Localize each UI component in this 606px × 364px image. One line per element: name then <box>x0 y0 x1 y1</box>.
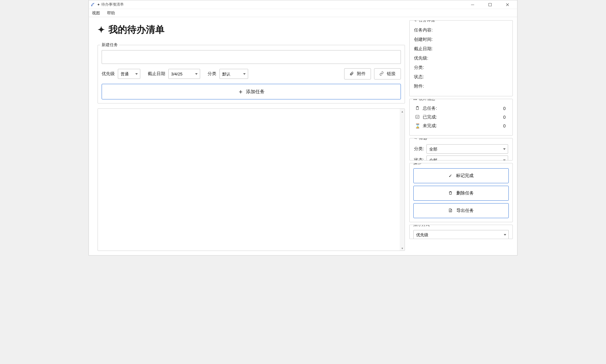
task-list[interactable]: ▴ ▾ <box>98 108 405 251</box>
check-square-icon <box>415 115 420 120</box>
window-maximize-button[interactable] <box>483 0 497 9</box>
detail-attachment: 附件: <box>413 82 509 91</box>
delete-task-button[interactable]: 删除任务 <box>413 186 509 201</box>
file-icon <box>448 208 453 213</box>
detail-category: 分类: <box>413 63 509 72</box>
deadline-select[interactable]: 3/4/25 <box>168 69 200 79</box>
svg-rect-4 <box>416 99 417 100</box>
operations-legend: 操作 <box>412 163 423 166</box>
hourglass-icon: ⌛ <box>415 123 420 128</box>
stat-undone: ⌛ 未完成: 0 <box>413 122 509 130</box>
app-window: ✦ 待办事项清单 视图 帮助 ✦ 我的待办清单 新 <box>89 0 517 256</box>
menu-view[interactable]: 视图 <box>91 10 101 17</box>
new-task-options-row: 优先级 普通 截止日期 3/4/25 分类 <box>102 68 401 79</box>
task-details-legend: ✎ 任务详情 <box>412 20 436 23</box>
menu-help[interactable]: 帮助 <box>106 10 116 17</box>
window-controls <box>465 0 516 9</box>
svg-rect-0 <box>471 5 474 5</box>
page-heading: ✦ 我的待办清单 <box>98 23 405 36</box>
attachment-label: 附件 <box>357 71 366 77</box>
filter-category-select[interactable]: 全部 <box>426 144 508 154</box>
detail-status: 状态: <box>413 72 509 82</box>
attachment-button[interactable]: 附件 <box>344 68 371 79</box>
priority-label: 优先级 <box>102 71 115 77</box>
filter-panel: 筛选 分类: 全部 状态: 全部 <box>409 138 513 160</box>
scroll-down-icon[interactable]: ▾ <box>400 246 405 251</box>
stat-total: 总任务: 0 <box>413 104 509 113</box>
svg-rect-7 <box>416 115 419 118</box>
window-minimize-button[interactable] <box>465 0 480 9</box>
add-task-button[interactable]: ＋ 添加任务 <box>102 84 401 99</box>
detail-created: 创建时间: <box>413 35 509 44</box>
export-tasks-button[interactable]: 导出任务 <box>413 203 509 218</box>
main-area: ✦ 我的待办清单 新建任务 优先级 普通 截止日期 <box>89 17 517 255</box>
stat-undone-value: 0 <box>503 123 507 128</box>
filter-legend: 筛选 <box>412 138 428 141</box>
link-button[interactable]: 链接 <box>374 68 401 79</box>
stat-total-label: 总任务: <box>423 106 501 111</box>
filter-status-select[interactable]: 全部 <box>426 156 508 160</box>
link-label: 链接 <box>387 71 396 77</box>
deadline-label: 截止日期 <box>148 71 165 77</box>
new-task-legend: 新建任务 <box>100 42 119 48</box>
menubar: 视图 帮助 <box>89 9 517 17</box>
filter-status-label: 状态: <box>414 157 424 160</box>
stats-legend: 统计信息 <box>412 99 436 102</box>
task-input[interactable] <box>102 50 401 64</box>
svg-rect-1 <box>489 3 492 6</box>
titlebar: ✦ 待办事项清单 <box>89 0 517 9</box>
filter-status-row: 状态: 全部 <box>413 155 509 160</box>
trash-icon <box>448 191 453 196</box>
task-list-scrollbar[interactable]: ▴ ▾ <box>400 109 405 251</box>
filter-category-row: 分类: 全部 <box>413 143 509 155</box>
check-icon: ✓ <box>449 173 452 178</box>
sparkle-icon: ✦ <box>97 2 100 7</box>
svg-rect-3 <box>415 99 416 100</box>
stat-done: 已完成: 0 <box>413 113 509 122</box>
sort-legend: 排序方式 <box>412 225 431 228</box>
stat-undone-label: 未完成: <box>423 123 501 129</box>
mark-complete-button[interactable]: ✓ 标记完成 <box>413 168 509 183</box>
app-feather-icon <box>90 2 95 7</box>
detail-deadline: 截止日期: <box>413 44 509 54</box>
left-column: ✦ 我的待办清单 新建任务 优先级 普通 截止日期 <box>89 17 409 255</box>
add-task-label: 添加任务 <box>246 89 265 95</box>
export-tasks-label: 导出任务 <box>456 208 474 213</box>
chart-icon <box>413 99 417 101</box>
plus-icon: ＋ <box>238 88 243 95</box>
mark-complete-label: 标记完成 <box>456 173 474 179</box>
operations-panel: 操作 ✓ 标记完成 删除任务 导出任务 <box>409 163 513 222</box>
scroll-up-icon[interactable]: ▴ <box>400 109 405 114</box>
stats-panel: 统计信息 总任务: 0 已完成: 0 ⌛ <box>409 99 513 136</box>
sort-select[interactable]: 优先级 <box>413 230 509 239</box>
svg-rect-2 <box>414 99 414 100</box>
sparkle-large-icon: ✦ <box>98 25 105 35</box>
detail-content: 任务内容: <box>413 26 509 35</box>
pencil-icon: ✎ <box>413 20 417 23</box>
task-details-panel: ✎ 任务详情 任务内容: 创建时间: 截止日期: 优先级: 分类: 状态: 附件… <box>409 20 513 96</box>
window-close-button[interactable] <box>500 0 515 9</box>
sort-panel: 排序方式 优先级 <box>409 225 513 239</box>
magnifier-icon <box>413 138 417 141</box>
heading-text: 我的待办清单 <box>108 23 165 36</box>
link-icon <box>379 71 384 77</box>
clipboard-icon <box>415 106 420 111</box>
right-column: ✎ 任务详情 任务内容: 创建时间: 截止日期: 优先级: 分类: 状态: 附件… <box>409 17 517 255</box>
stat-done-value: 0 <box>503 115 507 120</box>
delete-task-label: 删除任务 <box>456 190 474 196</box>
category-select[interactable]: 默认 <box>219 69 248 79</box>
filter-category-label: 分类: <box>414 146 424 152</box>
priority-select[interactable]: 普通 <box>118 69 140 79</box>
detail-priority: 优先级: <box>413 54 509 63</box>
stat-total-value: 0 <box>503 106 507 111</box>
window-title: 待办事项清单 <box>101 2 124 7</box>
paperclip-icon <box>349 71 354 77</box>
stat-done-label: 已完成: <box>423 114 501 120</box>
category-label: 分类 <box>208 71 216 77</box>
new-task-group: 新建任务 优先级 普通 截止日期 3/4/25 <box>98 45 405 103</box>
